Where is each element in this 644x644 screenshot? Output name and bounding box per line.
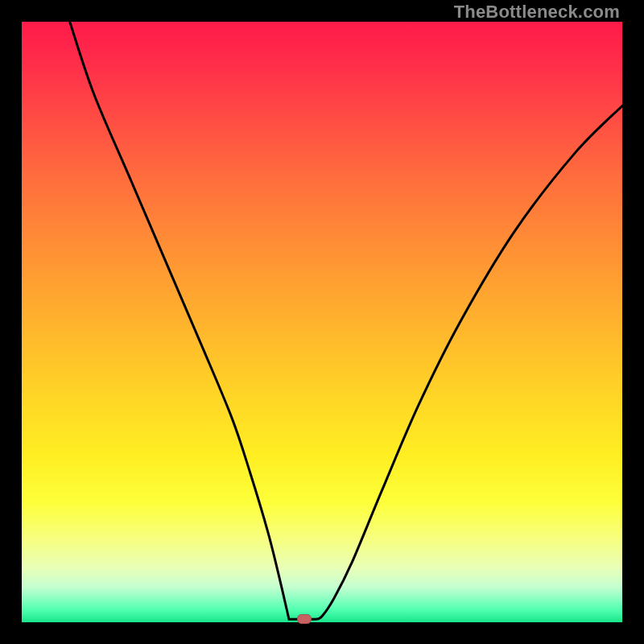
curve-path <box>70 22 622 619</box>
bottleneck-curve <box>22 22 622 622</box>
chart-frame: TheBottleneck.com <box>0 0 644 644</box>
watermark-text: TheBottleneck.com <box>454 2 620 23</box>
chart-plot-area <box>22 22 622 622</box>
bottleneck-marker <box>297 614 312 624</box>
